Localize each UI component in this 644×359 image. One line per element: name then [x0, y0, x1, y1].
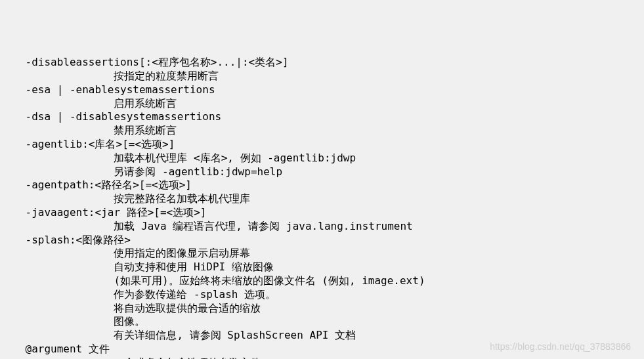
output-line: 按完整路径名加载本机代理库: [0, 192, 644, 206]
output-line: -splash:<图像路径>: [0, 234, 644, 247]
output-line: 将自动选取提供的最合适的缩放: [0, 302, 644, 316]
output-line: 禁用系统断言: [0, 124, 644, 138]
output-line: -disableassertions[:<程序包名称>...|:<类名>]: [0, 56, 644, 70]
output-line: -agentlib:<库名>[=<选项>]: [0, 138, 644, 152]
output-line: (如果可用)。应始终将未缩放的图像文件名 (例如, image.ext): [0, 274, 644, 288]
output-line: 按指定的粒度禁用断言: [0, 70, 644, 83]
output-line: 自动支持和使用 HiDPI 缩放图像: [0, 261, 644, 274]
output-line: 加载 Java 编程语言代理, 请参阅 java.lang.instrument: [0, 220, 644, 234]
terminal-output: -disableassertions[:<程序包名称>...|:<类名>] 按指…: [0, 56, 644, 359]
watermark-text: https://blog.csdn.net/qq_37883866: [490, 341, 631, 352]
output-line: 启用系统断言: [0, 97, 644, 111]
output-line: -esa | -enablesystemassertions: [0, 83, 644, 97]
output-line: 加载本机代理库 <库名>, 例如 -agentlib:jdwp: [0, 152, 644, 165]
output-line: 图像。: [0, 315, 644, 329]
output-line: 另请参阅 -agentlib:jdwp=help: [0, 165, 644, 179]
output-line: 作为参数传递给 -splash 选项。: [0, 288, 644, 302]
output-line: -javaagent:<jar 路径>[=<选项>]: [0, 206, 644, 220]
output-line: 使用指定的图像显示启动屏幕: [0, 247, 644, 261]
output-line: -agentpath:<路径名>[=<选项>]: [0, 179, 644, 192]
output-line: -dsa | -disablesystemassertions: [0, 110, 644, 124]
output-line: 一个或多个包含选项的参数文件: [0, 356, 644, 359]
